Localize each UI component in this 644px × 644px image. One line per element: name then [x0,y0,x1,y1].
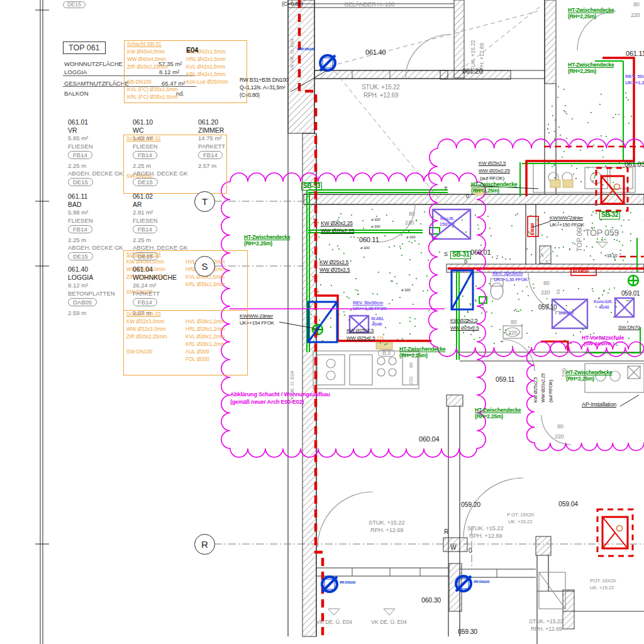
plan-graphics [0,0,644,644]
sheet-frame [35,0,49,644]
revision-cloud-2 [429,139,644,357]
slope-lines [330,5,542,200]
exhaust-fan-icon-2 [597,509,633,556]
water-pipes-green [307,61,644,360]
grid-axes [214,201,644,569]
revision-cloud-3 [527,342,644,451]
shower-icon [452,270,473,309]
window-sill-triangles [328,242,608,615]
revision-clouds [221,139,644,457]
door-arcs [318,11,616,547]
wall-hatch [288,0,644,636]
floorplan-sheet: TOP 061WOHNNUTZFLÄCHE57.35 m²LOGGIA8.12 … [0,0,644,644]
